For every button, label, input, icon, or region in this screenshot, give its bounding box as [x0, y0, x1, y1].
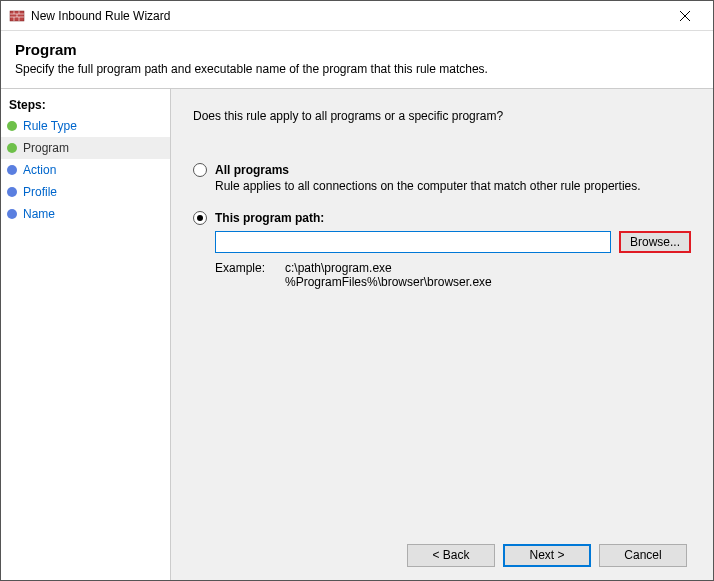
firewall-icon: [9, 8, 25, 24]
radio-all-programs[interactable]: [193, 163, 207, 177]
step-label: Program: [23, 141, 69, 155]
radio-row-all[interactable]: All programs: [193, 163, 691, 177]
next-label: Next >: [529, 548, 564, 562]
step-label: Action: [23, 163, 56, 177]
example-label: Example:: [215, 261, 285, 289]
step-profile[interactable]: Profile: [1, 181, 170, 203]
bullet-icon: [7, 209, 17, 219]
wizard-body: Steps: Rule Type Program Action Profile …: [1, 89, 713, 580]
wizard-window: New Inbound Rule Wizard Program Specify …: [0, 0, 714, 581]
browse-label: Browse...: [630, 235, 680, 249]
steps-heading: Steps:: [1, 95, 170, 115]
bullet-icon: [7, 187, 17, 197]
wizard-footer: < Back Next > Cancel: [193, 530, 691, 580]
next-button[interactable]: Next >: [503, 544, 591, 567]
step-action[interactable]: Action: [1, 159, 170, 181]
example-text: c:\path\program.exe %ProgramFiles%\brows…: [285, 261, 492, 289]
bullet-icon: [7, 121, 17, 131]
bullet-icon: [7, 143, 17, 153]
step-label: Profile: [23, 185, 57, 199]
browse-button[interactable]: Browse...: [619, 231, 691, 253]
option-all-desc: Rule applies to all connections on the c…: [215, 179, 691, 193]
close-button[interactable]: [665, 2, 705, 30]
option-all-programs: All programs Rule applies to all connect…: [193, 163, 691, 193]
back-button[interactable]: < Back: [407, 544, 495, 567]
main-panel: Does this rule apply to all programs or …: [171, 89, 713, 580]
step-label: Name: [23, 207, 55, 221]
option-path-label: This program path:: [215, 211, 324, 225]
radio-row-path[interactable]: This program path:: [193, 211, 691, 225]
radio-program-path[interactable]: [193, 211, 207, 225]
wizard-header: Program Specify the full program path an…: [1, 31, 713, 89]
step-name[interactable]: Name: [1, 203, 170, 225]
cancel-label: Cancel: [624, 548, 661, 562]
step-program[interactable]: Program: [1, 137, 170, 159]
cancel-button[interactable]: Cancel: [599, 544, 687, 567]
page-title: Program: [15, 41, 699, 58]
program-path-input[interactable]: [215, 231, 611, 253]
titlebar: New Inbound Rule Wizard: [1, 1, 713, 31]
window-title: New Inbound Rule Wizard: [31, 9, 665, 23]
close-icon: [680, 11, 690, 21]
page-subtitle: Specify the full program path and execut…: [15, 62, 699, 76]
option-all-label: All programs: [215, 163, 289, 177]
step-label: Rule Type: [23, 119, 77, 133]
steps-sidebar: Steps: Rule Type Program Action Profile …: [1, 89, 171, 580]
step-rule-type[interactable]: Rule Type: [1, 115, 170, 137]
bullet-icon: [7, 165, 17, 175]
question-text: Does this rule apply to all programs or …: [193, 109, 691, 123]
example-row: Example: c:\path\program.exe %ProgramFil…: [215, 261, 691, 289]
back-label: < Back: [432, 548, 469, 562]
program-path-row: Browse...: [215, 231, 691, 253]
option-program-path: This program path: Browse... Example: c:…: [193, 211, 691, 289]
